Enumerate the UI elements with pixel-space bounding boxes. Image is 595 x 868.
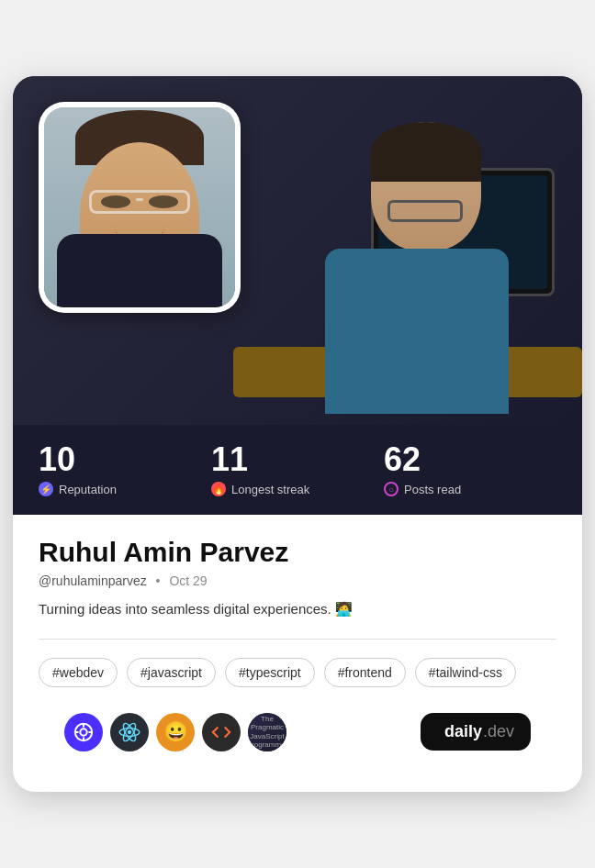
tag-typescript[interactable]: #typescript bbox=[225, 658, 315, 687]
background-person bbox=[307, 113, 564, 388]
profile-date: Oct 29 bbox=[169, 573, 207, 588]
card-footer: 😀 The PragmaticJavaScriptProgrammer bbox=[39, 709, 556, 773]
dev-tld: .dev bbox=[483, 722, 514, 741]
tag-frontend[interactable]: #frontend bbox=[324, 658, 406, 687]
posts-label: ○ Posts read bbox=[384, 482, 556, 496]
profile-bio: Turning ideas into seamless digital expe… bbox=[39, 599, 556, 620]
face-illustration bbox=[44, 107, 235, 307]
stat-streak: 11 🔥 Longest streak bbox=[211, 443, 384, 496]
streak-icon: 🔥 bbox=[211, 482, 226, 496]
footer-icons: 😀 The PragmaticJavaScriptProgrammer bbox=[64, 713, 286, 751]
meta-dot: • bbox=[156, 573, 161, 588]
avatar-wrapper bbox=[39, 102, 241, 313]
tag-javascript[interactable]: #javascript bbox=[127, 658, 216, 687]
bg-glasses bbox=[387, 200, 463, 222]
reputation-number: 10 bbox=[39, 443, 211, 476]
daily-dev-badge[interactable]: daily .dev bbox=[421, 713, 531, 751]
posts-icon: ○ bbox=[384, 482, 399, 496]
svg-point-9 bbox=[128, 730, 131, 734]
daily-brand-text: daily .dev bbox=[444, 722, 514, 741]
icon-crosshair[interactable] bbox=[64, 713, 103, 751]
stats-bar: 10 ⚡ Reputation 11 🔥 Longest streak 62 ○… bbox=[13, 425, 582, 515]
posts-number: 62 bbox=[384, 443, 556, 476]
section-divider bbox=[39, 639, 556, 640]
hero-section bbox=[13, 76, 582, 425]
daily-word: daily bbox=[444, 722, 482, 741]
svg-point-1 bbox=[80, 729, 86, 735]
tag-tailwind[interactable]: #tailwind-css bbox=[415, 658, 516, 687]
profile-card: 10 ⚡ Reputation 11 🔥 Longest streak 62 ○… bbox=[13, 76, 582, 792]
avatar-image bbox=[44, 107, 235, 307]
face-shirt bbox=[57, 234, 222, 307]
stat-reputation: 10 ⚡ Reputation bbox=[39, 443, 211, 496]
profile-section: Ruhul Amin Parvez @ruhulaminparvez • Oct… bbox=[13, 515, 582, 792]
username: @ruhulaminparvez bbox=[39, 573, 147, 588]
icon-code-alt[interactable] bbox=[202, 713, 241, 751]
bg-shirt bbox=[325, 249, 509, 414]
reputation-label: ⚡ Reputation bbox=[39, 482, 211, 496]
reputation-icon: ⚡ bbox=[39, 482, 53, 496]
tags-section: #webdev #javascript #typescript #fronten… bbox=[39, 658, 556, 687]
icon-avatar2[interactable]: 😀 bbox=[156, 713, 195, 751]
icon-react[interactable] bbox=[110, 713, 149, 751]
profile-meta: @ruhulaminparvez • Oct 29 bbox=[39, 573, 556, 588]
icon-book[interactable]: The PragmaticJavaScriptProgrammer bbox=[248, 713, 286, 751]
profile-name: Ruhul Amin Parvez bbox=[39, 537, 556, 568]
tag-webdev[interactable]: #webdev bbox=[39, 658, 118, 687]
bg-hair bbox=[371, 122, 481, 182]
streak-number: 11 bbox=[211, 443, 384, 476]
stat-posts: 62 ○ Posts read bbox=[384, 443, 556, 496]
streak-label: 🔥 Longest streak bbox=[211, 482, 384, 496]
face-glasses bbox=[89, 190, 190, 214]
